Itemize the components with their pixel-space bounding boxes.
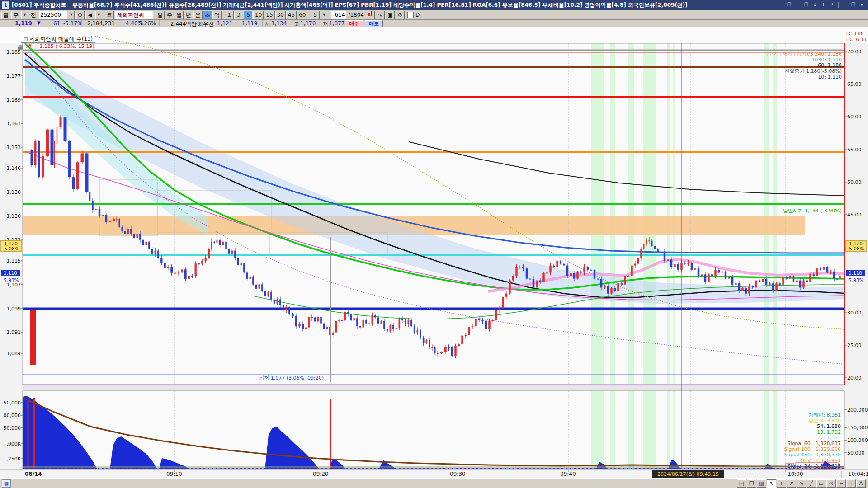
svg-text:1,091: 1,091 [7, 329, 21, 335]
interval-button-30[interactable]: 30 [275, 11, 286, 19]
pattern-icon[interactable]: ▨ [757, 479, 766, 488]
price-change: 61 [53, 20, 60, 27]
shade-button[interactable]: — [793, 1, 802, 9]
svg-text:HC:-6.33: HC:-6.33 [846, 37, 866, 42]
settings-gear-icon[interactable]: ⚙ [396, 11, 405, 19]
symbol-input[interactable] [39, 11, 67, 19]
bar-total-label: /1804 [347, 12, 365, 18]
minimize-button[interactable]: — [840, 1, 849, 9]
chart-annotation: 최저 1,077 (3.06%, 09:20) [259, 375, 324, 381]
region-icon[interactable]: ▭ [816, 479, 826, 488]
turnover-ratio: 5.26% [139, 20, 156, 27]
svg-text:최저 1,077 (3.06%, 09:20): 최저 1,077 (3.06%, 09:20) [259, 375, 324, 381]
svg-text:65.00: 65.00 [847, 81, 862, 87]
interval-button-10[interactable]: 10 [253, 11, 264, 19]
svg-text:,000K: ,000K [6, 441, 21, 447]
candle-style-icon[interactable] [366, 11, 375, 19]
svg-text:Signal 100: -1,330,606: Signal 100: -1,330,606 [784, 446, 841, 452]
interval-button-1[interactable]: 1 [225, 11, 234, 19]
interval-combo[interactable]: 5 [311, 11, 320, 19]
interval-button-60[interactable]: 60 [297, 11, 307, 19]
period-button-틱[interactable]: 틱 [212, 11, 222, 19]
current-price: 1,119 [15, 20, 32, 27]
grid-settings-icon[interactable]: ▦ [17, 43, 23, 50]
svg-text:70.00: 70.00 [847, 49, 862, 55]
period-button-일[interactable]: 일 [156, 11, 165, 19]
svg-text:Signal 150: -1,330,370: Signal 150: -1,330,370 [784, 452, 841, 458]
mini-chart-icon[interactable]: ▦ [2, 479, 11, 488]
divider [838, 2, 839, 8]
pin-button[interactable]: ↧ [811, 1, 819, 9]
svg-text:45.00: 45.00 [847, 212, 862, 218]
chart-legend-tab[interactable]: 세화피앤씨 매물대 수(13) [21, 35, 95, 43]
svg-text:200,000: 200,000 [847, 407, 868, 413]
best-ask: 1,121 [217, 20, 232, 27]
layout-icon[interactable]: ▤ [737, 479, 746, 488]
clone-button[interactable]: ❐ [802, 1, 811, 9]
svg-text:1,110: 1,110 [4, 270, 17, 276]
search-icon[interactable]: ⊙ [75, 11, 85, 19]
chart-toolbar: ▤ 주 ▼ 전 ▼ ⊙ ◀ ▼ 코 세화피앤씨 일주월년분초틱 13510153… [0, 10, 868, 20]
crosshair-icon[interactable]: + [777, 479, 786, 488]
interval-button-5[interactable]: 5 [244, 11, 253, 19]
wave-icon[interactable]: ∿ [797, 479, 806, 488]
chart-canvas[interactable]: 1,1851,1771,1691,1611,1531,1461,1381,130… [0, 27, 868, 478]
svg-text:27: 1,093: 27: 1,093 [817, 435, 841, 441]
interval-buttons: 1351015304560 [225, 11, 307, 19]
chart-annotation: HC:-6.33 [846, 37, 866, 42]
svg-text:LC:3.06: LC:3.06 [846, 31, 863, 36]
sound-icon[interactable]: ◀ [85, 11, 94, 19]
svg-text:1,161: 1,161 [7, 121, 21, 127]
save-icon[interactable]: ▣ [386, 11, 395, 19]
line-style-icon[interactable]: ∿ [376, 11, 385, 19]
always-top-button[interactable]: T [819, 1, 828, 9]
svg-text:55.00: 55.00 [847, 147, 862, 153]
svg-text:1,169: 1,169 [7, 97, 21, 103]
sound-combo-arrow-icon[interactable]: ▼ [95, 11, 102, 19]
svg-text:Signal 60: -1,328,637: Signal 60: -1,328,637 [788, 441, 841, 446]
svg-text:1,130: 1,130 [7, 213, 21, 219]
draw-line-icon[interactable]: ╱ [807, 479, 816, 488]
sell-button[interactable]: 매도 [365, 20, 383, 27]
pointer-icon[interactable]: ↖ [767, 479, 776, 488]
zoom-out-button[interactable]: − [836, 479, 846, 488]
symbol-combo-arrow-icon[interactable]: ▼ [68, 11, 75, 19]
period-button-분[interactable]: 분 [193, 11, 203, 19]
float-button[interactable]: ❐ [785, 1, 793, 9]
period-button-년[interactable]: 년 [184, 11, 193, 19]
bar-index-input[interactable] [331, 11, 346, 19]
period-buttons: 일주월년분초틱 [156, 11, 222, 19]
divider [81, 20, 82, 26]
maximize-button[interactable]: ❐ [849, 1, 858, 9]
unit-combo[interactable]: 주 [11, 11, 20, 19]
interval-button-15[interactable]: 15 [264, 11, 274, 19]
buy-button[interactable]: 매수 [345, 20, 363, 27]
svg-text:50.00: 50.00 [847, 179, 862, 185]
zoom-icon[interactable]: ⊙ [826, 479, 836, 488]
svg-text:25.00: 25.00 [847, 343, 862, 348]
close-button[interactable]: × [858, 1, 866, 9]
interval-combo-arrow-icon[interactable]: ▼ [321, 11, 327, 19]
interval-button-3[interactable]: 3 [234, 11, 243, 19]
svg-text:1,153: 1,153 [7, 145, 21, 150]
d-checkbox[interactable] [407, 12, 414, 18]
best-bid: 1,119 [242, 20, 257, 27]
help-button[interactable]: ? [828, 1, 836, 9]
svg-text:-5.08%: -5.08% [847, 246, 864, 251]
unit-combo-arrow-icon[interactable]: ▼ [21, 11, 28, 19]
prev-button[interactable]: 전 [29, 11, 38, 19]
trendline-icon[interactable]: ↗ [787, 479, 796, 488]
svg-text:1,177: 1,177 [7, 73, 21, 79]
period-button-초[interactable]: 초 [203, 11, 212, 19]
svg-text:60.00: 60.00 [847, 114, 862, 120]
zoom-in-button[interactable]: + [846, 479, 856, 488]
menu-icon[interactable]: ▤ [1, 11, 10, 19]
open-value: 1,134 [271, 20, 287, 27]
font-size-button[interactable]: A [856, 479, 866, 488]
cascade-icon[interactable]: ❐ [747, 479, 756, 488]
candle-glyph [368, 11, 373, 17]
period-button-주[interactable]: 주 [165, 11, 174, 19]
period-button-월[interactable]: 월 [175, 11, 184, 19]
chart-annotation: 최고 1,185 (-6.33%, 15:19) [28, 43, 94, 49]
interval-button-45[interactable]: 45 [286, 11, 297, 19]
